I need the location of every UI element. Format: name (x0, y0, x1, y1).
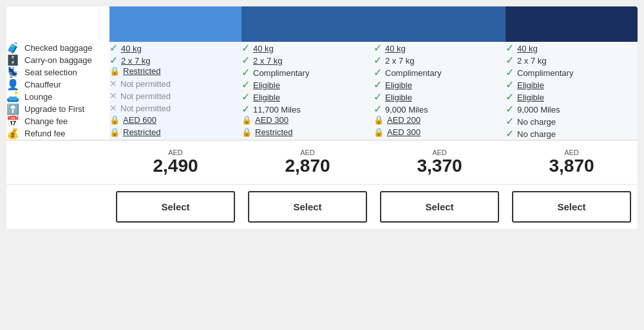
select-button-special[interactable]: Select (116, 191, 235, 223)
cell-text: Complimentary (385, 68, 441, 78)
row-label-text-4: Lounge (24, 92, 52, 102)
lock-icon: 🔒 (109, 66, 120, 76)
cell-r0-c2: ✓40 kg (374, 42, 506, 54)
cell-link[interactable]: Eligible (253, 93, 280, 102)
cell-r6-c1: 🔒AED 300 (242, 115, 374, 127)
services-header (6, 6, 109, 42)
select-button-flex[interactable]: Select (380, 191, 499, 223)
cell-r6-c3: ✓No charge (506, 115, 638, 127)
row-icon-5: ⬆️ (6, 103, 19, 115)
plan-header-flex (374, 6, 506, 42)
check-icon: ✓ (242, 104, 250, 115)
cell-r5-c3: ✓9,000 Miles (506, 103, 638, 115)
check-icon: ✓ (506, 67, 514, 78)
row-label-6: 📅Change fee (6, 115, 109, 127)
check-icon: ✓ (506, 55, 514, 66)
select-cell-special: Select (109, 184, 242, 229)
row-label-text-2: Seat selection (24, 68, 77, 77)
cell-r3-c1: ✓Eligible (242, 78, 374, 91)
row-label-text-1: Carry-on baggage (24, 55, 92, 65)
row-label-text-3: Chauffeur (24, 80, 61, 89)
cell-link[interactable]: 2 x 7 kg (121, 56, 151, 66)
cell-r0-c3: ✓40 kg (506, 42, 638, 54)
check-icon: ✓ (242, 67, 250, 78)
cell-text: 9,000 Miles (385, 105, 428, 115)
cell-link[interactable]: Eligible (385, 80, 412, 90)
row-1: 🗄️Carry-on baggage✓2 x 7 kg✓2 x 7 kg✓2 x… (6, 54, 638, 66)
cell-link[interactable]: 40 kg (385, 44, 406, 53)
row-icon-7: 💰 (6, 127, 19, 140)
cell-link[interactable]: 2 x 7 kg (253, 56, 283, 66)
row-label-text-5: Upgrade to First (24, 104, 84, 114)
cell-link[interactable]: 40 kg (121, 44, 142, 53)
cell-link[interactable]: Restricted (123, 127, 161, 137)
cell-r4-c3: ✓Eligible (506, 91, 638, 103)
price-cell-3: AED3,870 (506, 140, 638, 184)
select-label-empty (6, 184, 109, 229)
check-icon: ✓ (374, 91, 382, 102)
cell-text: 11,700 Miles (253, 105, 301, 115)
check-icon: ✓ (374, 42, 382, 53)
price-cell-0: AED2,490 (109, 140, 242, 184)
select-button-saver[interactable]: Select (248, 191, 367, 223)
cell-link[interactable]: AED 200 (387, 115, 421, 125)
row-icon-3: 👤 (6, 78, 19, 91)
cell-text: Complimentary (253, 68, 309, 78)
cell-r1-c1: ✓2 x 7 kg (242, 54, 374, 66)
check-icon: ✓ (374, 104, 382, 115)
check-icon: ✓ (374, 79, 382, 90)
cross-icon: ✕ (109, 103, 117, 113)
row-icon-6: 📅 (6, 115, 19, 127)
row-label-2: 💺Seat selection (6, 66, 109, 78)
lock-icon: 🔒 (109, 115, 120, 125)
check-icon: ✓ (374, 55, 382, 66)
row-0: 🧳Checked baggage✓40 kg✓40 kg✓40 kg✓40 kg (6, 42, 638, 54)
row-label-3: 👤Chauffeur (6, 78, 109, 91)
cell-link[interactable]: Eligible (517, 80, 544, 90)
cell-link[interactable]: AED 600 (123, 115, 156, 125)
cell-r4-c0: ✕Not permitted (109, 91, 242, 103)
row-icon-4: 🛋️ (6, 91, 19, 103)
cell-r7-c3: ✓No charge (506, 127, 638, 140)
row-label-1: 🗄️Carry-on baggage (6, 54, 109, 66)
cell-link[interactable]: 40 kg (517, 44, 538, 53)
price-amount-3: 3,870 (549, 156, 594, 176)
cell-r5-c0: ✕Not permitted (109, 103, 242, 115)
check-icon: ✓ (242, 55, 250, 66)
cell-link[interactable]: 40 kg (253, 44, 274, 53)
cell-r1-c0: ✓2 x 7 kg (109, 54, 242, 66)
select-row: SelectSelectSelectSelect (6, 184, 638, 229)
cell-r5-c2: ✓9,000 Miles (374, 103, 506, 115)
cell-link[interactable]: Restricted (255, 127, 293, 137)
cell-link[interactable]: Restricted (123, 66, 161, 76)
cross-icon: ✕ (109, 91, 117, 101)
lock-icon: 🔒 (374, 127, 384, 137)
select-cell-flex: Select (374, 184, 506, 229)
row-label-4: 🛋️Lounge (6, 91, 109, 103)
cell-link[interactable]: Eligible (385, 93, 412, 102)
cell-r3-c3: ✓Eligible (506, 78, 638, 91)
cell-text: No charge (517, 129, 556, 139)
row-icon-0: 🧳 (6, 42, 19, 54)
cell-r0-c1: ✓40 kg (242, 42, 374, 54)
row-2: 💺Seat selection🔒Restricted✓Complimentary… (6, 66, 638, 78)
cell-link[interactable]: AED 300 (255, 115, 289, 125)
row-label-text-7: Refund fee (24, 129, 66, 138)
cell-r1-c2: ✓2 x 7 kg (374, 54, 506, 66)
cell-text: 2 x 7 kg (385, 56, 415, 66)
cell-r7-c2: 🔒AED 300 (374, 127, 506, 140)
row-5: ⬆️Upgrade to First✕Not permitted✓11,700 … (6, 103, 638, 115)
check-icon: ✓ (506, 42, 514, 53)
cell-link[interactable]: AED 300 (387, 127, 421, 137)
cell-text: Not permitted (120, 91, 171, 101)
cell-link[interactable]: Eligible (253, 80, 280, 90)
cell-link[interactable]: Eligible (517, 93, 544, 102)
cell-r0-c0: ✓40 kg (109, 42, 242, 54)
select-cell-saver: Select (242, 184, 374, 229)
plan-header-flexplus (506, 6, 638, 42)
check-icon: ✓ (374, 67, 382, 78)
check-icon: ✓ (109, 55, 118, 66)
check-icon: ✓ (506, 116, 514, 127)
select-button-flexplus[interactable]: Select (512, 191, 631, 223)
cell-r3-c0: ✕Not permitted (109, 78, 242, 91)
